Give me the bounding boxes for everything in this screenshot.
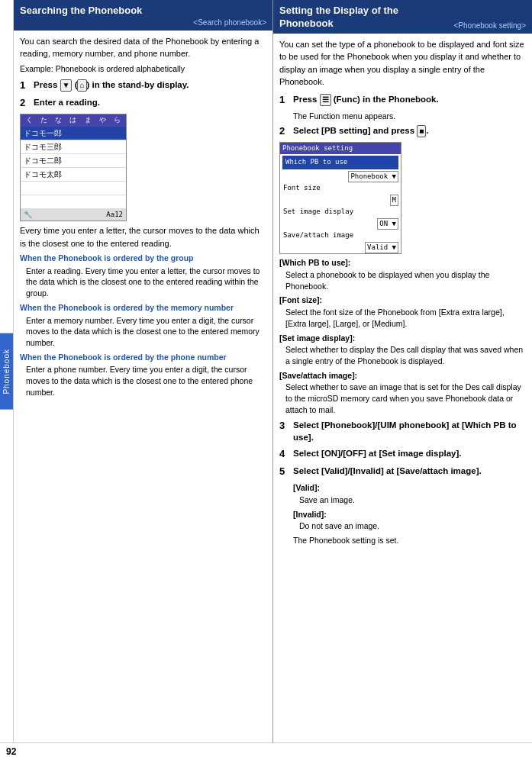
right-step-2-label: Select [PB setting] and press ■. — [293, 124, 429, 137]
right-step-3-num: 3 — [279, 419, 290, 433]
left-body: You can search the desired data of the P… — [14, 31, 272, 742]
sub-section-title-1: When the Phonebook is ordered by the gro… — [20, 253, 266, 265]
right-step-5-details: [Valid]: Save an image. [Invalid]: Do no… — [293, 482, 526, 547]
right-intro: You can set the type of a phonebook to b… — [279, 38, 526, 89]
pb-set-image-dropdown: ON ▼ — [280, 218, 401, 230]
right-column: Setting the Display of the Phonebook <Ph… — [273, 0, 532, 742]
right-step-4: 4 Select [ON]/[OFF] at [Set image displa… — [279, 447, 526, 461]
main-content: Searching the Phonebook <Search phoneboo… — [14, 0, 532, 742]
tb-char-7: ら — [114, 115, 121, 126]
pb-row-1: ドコモ一郎 — [21, 127, 126, 140]
right-step-1-key: ☰ — [320, 94, 331, 106]
tb-char-6: や — [99, 115, 106, 126]
closing-text: The Phonebook setting is set. — [293, 535, 526, 547]
pb-footer-icon: 🔧 — [24, 210, 32, 221]
desc-font-size-label: [Font size]: — [279, 295, 526, 307]
desc-font-size-text: Select the font size of the Phonebook fr… — [285, 307, 526, 329]
step-1-label: Press ▼ (⌂) in the stand-by display. — [34, 79, 189, 92]
pb-footer-mode: Aa12 — [106, 210, 123, 221]
pb-row-4: ドコモ太郎 — [21, 168, 126, 182]
pb-toolbar: く た な は ま や ら — [21, 114, 126, 127]
right-step-2-key: ■ — [417, 125, 426, 137]
desc-set-image: [Set image display]: Select whether to d… — [279, 333, 526, 367]
desc-valid-label: [Valid]: — [293, 482, 526, 494]
right-header: Setting the Display of the Phonebook <Ph… — [273, 0, 532, 34]
pb-phonebook-dropdown: Phonebook ▼ — [280, 171, 401, 183]
desc-which-pb-text: Select a phonebook to be displayed when … — [285, 269, 526, 291]
right-step-5-label: Select [Valid]/[Invalid] at [Save/attach… — [293, 465, 482, 477]
desc-valid-text: Save an image. — [299, 494, 526, 506]
page-footer: 92 — [0, 742, 532, 760]
left-intro: You can search the desired data of the P… — [20, 35, 266, 60]
step-2: 2 Enter a reading. — [20, 96, 266, 110]
pb-save-attach-label: Save/attach image — [280, 230, 401, 242]
example-line: Example: Phonebook is ordered alphabetic… — [20, 63, 266, 76]
right-step-4-num: 4 — [279, 447, 290, 461]
right-step-3-label: Select [Phonebook]/[UIM phonebook] at [W… — [293, 419, 526, 443]
pb-row-5 — [21, 182, 126, 195]
pb-font-size-option: M — [390, 195, 398, 207]
right-step-5: 5 Select [Valid]/[Invalid] at [Save/atta… — [279, 465, 526, 478]
step-2-label: Enter a reading. — [34, 96, 100, 108]
sub-section-body-1: Enter a reading. Every time you enter a … — [26, 266, 266, 299]
right-step-1-note: The Function menu appears. — [293, 111, 526, 122]
after-screenshot-text: Every time you enter a letter, the curso… — [20, 224, 266, 250]
right-step-2-num: 2 — [279, 124, 290, 138]
right-step-1: 1 Press ☰ (Func) in the Phonebook. — [279, 93, 526, 107]
step-1-key-down: ▼ — [60, 79, 73, 92]
tb-char-2: た — [40, 115, 47, 126]
left-header-title: Searching the Phonebook — [20, 5, 142, 16]
pb-phonebook-option: Phonebook ▼ — [348, 171, 398, 183]
right-step-1-label: Press ☰ (Func) in the Phonebook. — [293, 93, 439, 106]
desc-which-pb-label: [Which PB to use]: — [279, 257, 526, 269]
desc-valid: [Valid]: Save an image. — [293, 482, 526, 505]
right-step-4-label: Select [ON]/[OFF] at [Set image display]… — [293, 447, 461, 459]
page-container: Phonebook Searching the Phonebook <Searc… — [0, 0, 532, 742]
right-body: You can set the type of a phonebook to b… — [273, 34, 532, 742]
right-header-sub: <Phonebook setting> — [447, 21, 526, 31]
desc-save-attach-text: Select whether to save an image that is … — [285, 382, 526, 415]
tb-char-4: は — [69, 115, 76, 126]
desc-invalid-label: [Invalid]: — [293, 509, 526, 521]
pb-font-size-label: Font size — [280, 182, 401, 195]
desc-set-image-text: Select whether to display the Des call d… — [285, 344, 526, 366]
step-1-num: 1 — [20, 79, 31, 92]
pb-save-attach-option: Valid ▼ — [365, 242, 398, 254]
desc-invalid-text: Do not save an image. — [299, 520, 526, 532]
desc-which-pb: [Which PB to use]: Select a phonebook to… — [279, 257, 526, 291]
desc-save-attach-label: [Save/attach image]: — [279, 370, 526, 382]
pb-row-3: ドコモ二郎 — [21, 154, 126, 168]
sub-section-body-2: Enter a memory number. Every time you en… — [26, 315, 266, 349]
sub-section-body-3: Enter a phone number. Every time you ent… — [26, 364, 266, 398]
pb-setting-header-label: Phonebook setting — [280, 143, 401, 155]
desc-invalid: [Invalid]: Do not save an image. — [293, 509, 526, 532]
step-2-num: 2 — [20, 96, 31, 110]
desc-font-size: [Font size]: Select the font size of the… — [279, 295, 526, 329]
step-1-key-home: ⌂ — [77, 79, 86, 92]
pb-row-2: ドコモ三郎 — [21, 140, 126, 154]
left-header: Searching the Phonebook <Search phoneboo… — [14, 0, 272, 31]
right-header-title: Setting the Display of the Phonebook — [279, 5, 447, 31]
left-header-sub: <Search phonebook> — [20, 18, 266, 27]
desc-save-attach: [Save/attach image]: Select whether to s… — [279, 370, 526, 416]
desc-set-image-label: [Set image display]: — [279, 333, 526, 345]
pb-set-image-label: Set image display — [280, 206, 401, 218]
tb-char-3: な — [55, 115, 62, 126]
page-number: 92 — [6, 746, 16, 757]
right-step-2: 2 Select [PB setting] and press ■. — [279, 124, 526, 138]
phonebook-screenshot: く た な は ま や ら ドコモ一郎 ドコモ三郎 ドコモ二郎 ドコモ太郎 — [20, 114, 127, 221]
tb-char-5: ま — [85, 115, 92, 126]
pb-row-6 — [21, 195, 126, 209]
left-column: Searching the Phonebook <Search phoneboo… — [14, 0, 273, 742]
side-tab: Phonebook — [0, 0, 14, 742]
pb-set-image-option: ON ▼ — [377, 218, 398, 230]
right-step-1-num: 1 — [279, 93, 290, 107]
sub-section-title-2: When the Phonebook is ordered by the mem… — [20, 302, 266, 314]
right-step-3: 3 Select [Phonebook]/[UIM phonebook] at … — [279, 419, 526, 443]
pb-setting-screenshot: Phonebook setting Which PB to use Phoneb… — [279, 142, 401, 255]
sub-section-title-3: When the Phonebook is ordered by the pho… — [20, 352, 266, 364]
pb-footer: 🔧 Aa12 — [21, 209, 126, 221]
right-step-5-num: 5 — [279, 465, 290, 478]
tb-char-1: く — [26, 115, 33, 126]
pb-which-pb-row: Which PB to use — [282, 156, 398, 169]
